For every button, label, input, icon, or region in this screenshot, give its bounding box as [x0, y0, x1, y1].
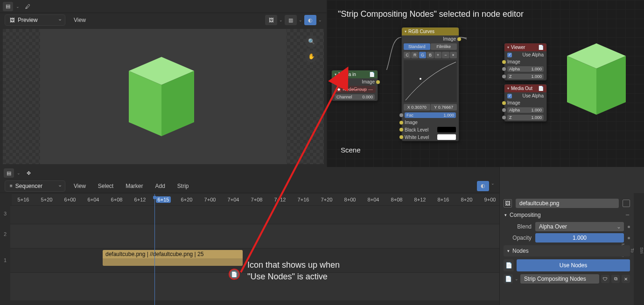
panel-nodes-header[interactable]: ▾Nodes [504, 245, 630, 256]
pan-hand-icon[interactable]: ✋ [305, 50, 317, 62]
annotation-scene-label: Scene [341, 146, 361, 154]
blend-dropdown[interactable]: Alpha Over [535, 222, 624, 231]
nodetree-icon[interactable]: 📄 [504, 274, 513, 284]
editor-type-icon[interactable]: ▤ [4, 168, 14, 178]
side-tabs[interactable]: Stri To Modifie Cach Prox [634, 193, 644, 305]
tab-filmlike[interactable]: Filmlike [431, 43, 457, 50]
curve-mode-tabs[interactable]: Standard Filmlike [402, 42, 459, 51]
opacity-input[interactable]: 1.000 [535, 233, 624, 243]
node-media-in[interactable]: ▾ Media in 📄 Image ◆ NodeGroup — Channel… [331, 70, 378, 101]
preview-mode-dropdown[interactable]: 🖼 Preview [5, 14, 65, 26]
strip-name-input[interactable]: defaultcube.png [516, 199, 619, 208]
node-header-rgb[interactable]: ▾ RGB Curves [402, 28, 459, 35]
fac-input[interactable]: Fac1.000 [402, 111, 459, 119]
eyedropper-icon[interactable]: 🖊 [22, 2, 33, 11]
nodegroup-field[interactable]: ◆ NodeGroup — [334, 86, 376, 93]
playhead[interactable] [154, 194, 155, 305]
channels-area[interactable]: 3 2 1 defaultcube.png | //defaultcube.pn… [0, 205, 499, 305]
node-media-out[interactable]: ▾Media Out📄 ✓Use Alpha Image Alpha1.000 … [504, 84, 547, 122]
collapse-icon[interactable]: ▾ [405, 29, 406, 34]
node-header-viewer[interactable]: ▾Viewer📄 [504, 43, 546, 51]
ch-c[interactable]: C [404, 52, 411, 58]
sequencer-strip[interactable]: defaultcube.png | //defaultcube.png | 25 [103, 250, 243, 266]
menu-select[interactable]: Select [94, 181, 117, 191]
tab-standard[interactable]: Standard [404, 43, 430, 50]
curve-tools-icon[interactable]: + [434, 52, 441, 58]
gizmo-sphere-icon[interactable]: ◐ [304, 15, 316, 25]
node-editor-pane[interactable]: "Strip Compositing Nodes" selected in no… [327, 0, 644, 167]
preview-menu-view[interactable]: View [70, 15, 90, 25]
unlink-icon[interactable]: ✕ [622, 275, 630, 283]
timeline-ruler[interactable]: 5+165+206+006+046+086+126+156+207+007+04… [12, 194, 499, 205]
nodetree-name-input[interactable]: Strip Compositing Nodes [520, 274, 599, 284]
chevron-down-icon[interactable]: ⌄ [515, 277, 518, 281]
mute-toggle[interactable] [623, 200, 630, 207]
socket-in[interactable] [399, 128, 403, 132]
chevron-down-icon[interactable]: ⌄ [491, 181, 495, 191]
socket-in[interactable] [399, 113, 403, 117]
checkbox-icon[interactable]: ✓ [507, 53, 512, 57]
timeline-tick: 8+04 [362, 197, 385, 202]
shading-sphere-icon[interactable]: ◐ [477, 181, 489, 191]
chevron-down-icon[interactable]: ⌄ [17, 171, 21, 175]
sequencer-toolbar: ▤ ⌄ ✥ [0, 167, 499, 179]
editor-type-icon[interactable]: ▤ [3, 2, 13, 11]
use-alpha-check[interactable]: ✓Use Alpha [504, 92, 546, 99]
anim-dot[interactable] [628, 237, 630, 239]
annotation-use-nodes: Icon that shows up when "Use Nodes" is a… [247, 259, 340, 283]
ch-r[interactable]: R [411, 52, 418, 58]
zoom-icon[interactable]: 🔍 [305, 35, 317, 48]
overlay-toggle-icon[interactable]: ▥ [285, 15, 297, 25]
curve-x[interactable]: X 0.30370 [404, 104, 430, 111]
display-mode-icon[interactable]: 🖼 [265, 15, 277, 25]
ch-g[interactable]: G [419, 52, 426, 58]
curve-widget[interactable] [404, 60, 457, 102]
anim-dot[interactable] [628, 226, 630, 228]
curve-tools-icon[interactable]: × [450, 52, 457, 58]
curve-tools-icon[interactable]: − [442, 52, 449, 58]
in-alpha[interactable]: Alpha1.000 [504, 65, 546, 73]
playhead-label: 6+15 [156, 196, 171, 203]
menu-add[interactable]: Add [152, 181, 169, 191]
in-z[interactable]: Z1.000 [504, 114, 546, 121]
chevron-down-icon[interactable]: ⌄ [279, 18, 283, 22]
menu-strip[interactable]: Strip [174, 181, 193, 191]
node-preview-icon[interactable]: 📄 [369, 72, 375, 77]
node-header-media-in[interactable]: ▾ Media in 📄 [332, 70, 378, 78]
duplicate-icon[interactable]: ⧉ [611, 275, 620, 283]
in-z[interactable]: Z1.000 [504, 73, 546, 80]
in-alpha[interactable]: Alpha1.000 [504, 106, 546, 114]
checkbox-icon[interactable]: ✓ [507, 94, 512, 98]
node-rgb-curves[interactable]: ▾ RGB Curves Image Standard Filmlike C R… [401, 27, 459, 141]
use-alpha-check[interactable]: ✓Use Alpha [504, 51, 546, 58]
node-preview-icon[interactable]: 📄 [538, 45, 544, 50]
ch-b[interactable]: B [427, 52, 434, 58]
black-level[interactable]: Black Level [402, 126, 459, 133]
channel-select[interactable]: C R G B + − × [402, 51, 459, 59]
socket-out[interactable] [457, 37, 461, 41]
node-header-media-out[interactable]: ▾Media Out📄 [504, 84, 546, 92]
move-cursor-icon[interactable]: ✥ [23, 168, 34, 178]
channel-field[interactable]: Channel0.000 [332, 93, 378, 101]
preview-viewport[interactable]: 🔍 ✋ [3, 29, 324, 164]
menu-marker[interactable]: Marker [122, 181, 147, 191]
use-nodes-strip-icon: 📄 [229, 269, 240, 280]
curve-y[interactable]: Y 0.76667 [431, 104, 457, 111]
socket-out-image[interactable] [376, 80, 380, 84]
socket-in[interactable] [399, 135, 403, 139]
shield-icon[interactable]: 🛡 [601, 275, 609, 283]
chevron-down-icon[interactable]: ⌄ [299, 18, 302, 22]
editor-type-chevron-icon[interactable]: ⌄ [16, 4, 20, 9]
preview-cube [115, 43, 208, 146]
panel-compositing-header[interactable]: ▾Compositing ┉ [504, 210, 630, 220]
menu-view[interactable]: View [70, 181, 90, 191]
white-level[interactable]: White Level [402, 133, 459, 141]
socket-in[interactable] [399, 121, 403, 125]
sequencer-mode-dropdown[interactable]: ≡ Sequencer [5, 180, 65, 192]
chevron-down-icon[interactable]: ⌄ [318, 18, 322, 22]
collapse-icon[interactable]: ▾ [335, 72, 336, 76]
tab-strip[interactable]: Stri [639, 247, 644, 254]
node-viewer[interactable]: ▾Viewer📄 ✓Use Alpha Image Alpha1.000 Z1.… [504, 43, 547, 81]
node-preview-icon[interactable]: 📄 [538, 86, 544, 91]
use-nodes-button[interactable]: Use Nodes [517, 259, 630, 271]
